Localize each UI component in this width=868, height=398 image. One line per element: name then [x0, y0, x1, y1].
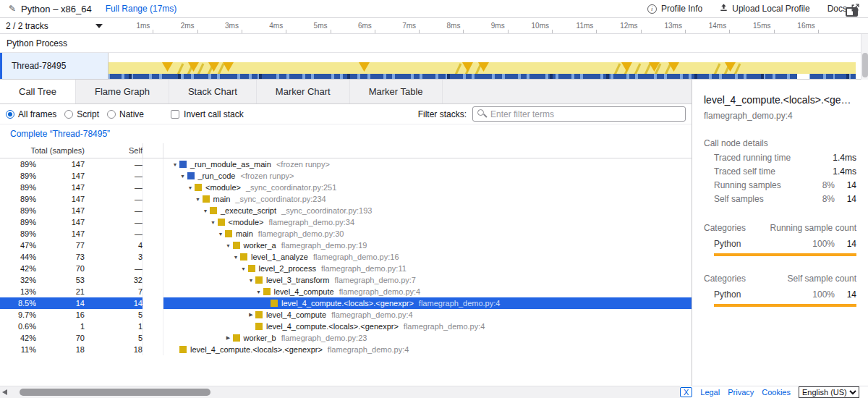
- row-frame-cell: level_4_compute.<locals>.<genexpr>flameg…: [163, 297, 692, 309]
- upload-profile-button[interactable]: Upload Local Profile: [720, 4, 809, 14]
- call-tree-row[interactable]: 0.6%11level_4_compute.<locals>.<genexpr>…: [0, 321, 692, 332]
- call-tree-row[interactable]: 89%147—▼<module>flamegraph_demo.py:34: [0, 216, 692, 228]
- timeline-tick-mark: [508, 30, 509, 33]
- row-frame-cell: ▼level_3_transformflamegraph_demo.py:7: [163, 274, 692, 286]
- collapse-toggle-icon[interactable]: ▼: [194, 197, 203, 202]
- process-track-header[interactable]: Python Process: [0, 34, 868, 53]
- frame-filter-native[interactable]: Native: [107, 109, 144, 119]
- timeline-tick-mark: [685, 30, 686, 33]
- footer-link-legal[interactable]: Legal: [700, 388, 720, 397]
- row-total-samples: 14: [36, 297, 85, 309]
- collapse-toggle-icon[interactable]: ▼: [247, 278, 255, 283]
- collapse-toggle-icon[interactable]: ▼: [201, 208, 210, 213]
- call-tree-row[interactable]: 89%147—▼_run_code<frozen runpy>: [0, 170, 692, 182]
- row-self-samples: —: [85, 263, 142, 274]
- horizontal-scrollbar[interactable]: [0, 386, 680, 398]
- call-tree-row[interactable]: 89%147—▼_execute_script_sync_coordinator…: [0, 205, 692, 216]
- collapse-toggle-icon[interactable]: ▼: [186, 185, 195, 190]
- collapse-toggle-icon[interactable]: ▼: [239, 266, 248, 271]
- category-bar: [714, 304, 856, 307]
- edit-profile-name-icon[interactable]: ✎: [9, 4, 16, 14]
- scrollbar-thumb[interactable]: [20, 389, 210, 396]
- sidebar-toggle-button[interactable]: [846, 7, 858, 17]
- row-total-percent: 32%: [0, 274, 36, 286]
- function-name: main: [213, 195, 231, 203]
- profile-info-button[interactable]: i Profile Info: [647, 4, 702, 14]
- selected-node-title: level_4_compute.<locals>.<genexpr>: [704, 94, 856, 106]
- function-name: worker_a: [244, 241, 276, 250]
- call-tree-row[interactable]: 11%1818level_4_compute.<locals>.<genexpr…: [0, 344, 692, 355]
- collapse-toggle-icon[interactable]: ▼: [255, 289, 263, 295]
- call-tree-row[interactable]: 47%774▼worker_aflamegraph_demo.py:19: [0, 240, 692, 251]
- call-tree-row[interactable]: 32%5332▼level_3_transformflamegraph_demo…: [0, 274, 692, 286]
- detail-value: 14: [835, 180, 856, 190]
- breadcrumb[interactable]: Complete “Thread-78495”: [10, 129, 110, 139]
- call-tree-row[interactable]: 89%147—▼_run_module_as_main<frozen runpy…: [0, 158, 692, 170]
- function-name: <module>: [205, 183, 241, 192]
- call-tree-row[interactable]: 89%147—▼mainflamegraph_demo.py:30: [0, 228, 692, 240]
- tab-marker-table[interactable]: Marker Table: [350, 80, 443, 103]
- row-total-samples: 18: [36, 344, 85, 355]
- frame-filter-group: All framesScriptNative: [6, 109, 152, 119]
- profile-name[interactable]: Python – x86_64: [21, 4, 92, 14]
- row-total-percent: 89%: [0, 216, 36, 228]
- collapse-toggle-icon[interactable]: ▼: [216, 232, 225, 237]
- scroll-left-icon[interactable]: [2, 389, 7, 395]
- thread-track-label[interactable]: Thread-78495: [0, 53, 109, 79]
- timeline-tick-label: 15ms: [741, 22, 771, 30]
- timeline-tick-label: 6ms: [341, 22, 372, 30]
- sidebar-details: Traced running time1.4msTraced self time…: [704, 153, 856, 204]
- frame-filter-all-frames[interactable]: All frames: [6, 109, 56, 119]
- collapse-toggle-icon[interactable]: ▼: [209, 220, 218, 225]
- call-tree-row[interactable]: 42%705▶worker_bflamegraph_demo.py:23: [0, 332, 692, 344]
- category-yellow-square: [248, 265, 255, 272]
- tab-stack-chart[interactable]: Stack Chart: [169, 80, 257, 103]
- full-range-link[interactable]: Full Range (17ms): [106, 4, 177, 14]
- expand-toggle-icon[interactable]: ▶: [247, 312, 255, 318]
- call-tree-row[interactable]: 89%147—▼main_sync_coordinator.py:234: [0, 193, 692, 205]
- timeline-tick-label: 5ms: [297, 22, 328, 30]
- row-gutter: [142, 321, 163, 332]
- expand-toggle-icon[interactable]: ▶: [224, 335, 233, 341]
- row-self-samples: 5: [85, 332, 142, 344]
- function-location: flamegraph_demo.py:30: [258, 229, 344, 238]
- footer-link-privacy[interactable]: Privacy: [728, 388, 754, 397]
- collapse-toggle-icon[interactable]: ▼: [171, 162, 179, 167]
- self-column-header[interactable]: Self: [85, 146, 142, 155]
- tab-marker-chart[interactable]: Marker Chart: [257, 80, 350, 103]
- call-tree-row[interactable]: 44%733▼level_1_analyzeflamegraph_demo.py…: [0, 251, 692, 263]
- total-column-header[interactable]: Total (samples): [0, 146, 85, 155]
- collapse-toggle-icon[interactable]: ▼: [231, 255, 240, 260]
- language-select[interactable]: English (US): [799, 386, 859, 398]
- footer-link-x[interactable]: X: [680, 387, 692, 397]
- timeline-tick-mark: [729, 30, 730, 33]
- sidebar: level_4_compute.<locals>.<genexpr> flame…: [692, 80, 868, 386]
- frame-filter-script[interactable]: Script: [64, 109, 99, 119]
- call-tree-row[interactable]: 8.5%1414level_4_compute.<locals>.<genexp…: [0, 297, 692, 309]
- footer-link-cookies[interactable]: Cookies: [762, 388, 791, 397]
- tracks-vertical-scrollbar[interactable]: [861, 34, 868, 80]
- tracks-dropdown-button[interactable]: 2 / 2 tracks: [6, 21, 106, 31]
- scrollbar-thumb[interactable]: [862, 53, 868, 77]
- tab-call-tree[interactable]: Call Tree: [0, 80, 76, 103]
- call-tree-row[interactable]: 89%147—▼<module>_sync_coordinator.py:251: [0, 182, 692, 193]
- collapse-toggle-icon[interactable]: ▼: [179, 174, 187, 179]
- detail-value: 1.4ms: [833, 166, 856, 177]
- thread-track-canvas[interactable]: [109, 53, 868, 79]
- tab-flame-graph[interactable]: Flame Graph: [76, 80, 169, 103]
- row-self-samples: 7: [85, 286, 142, 297]
- row-frame-cell: ▼mainflamegraph_demo.py:30: [163, 228, 692, 240]
- invert-call-stack-checkbox[interactable]: Invert call stack: [171, 109, 244, 119]
- call-tree-row[interactable]: 42%70—▼level_2_processflamegraph_demo.py…: [0, 263, 692, 274]
- filter-stacks-input[interactable]: [472, 106, 686, 122]
- call-tree-row[interactable]: 13%217▼level_4_computeflamegraph_demo.py…: [0, 286, 692, 297]
- call-tree-row[interactable]: 9.7%165▶level_4_computeflamegraph_demo.p…: [0, 309, 692, 321]
- category-yellow-square: [203, 195, 210, 203]
- collapse-toggle-icon[interactable]: ▼: [224, 243, 233, 248]
- radio-icon: [107, 110, 116, 119]
- function-location: flamegraph_demo.py:11: [321, 264, 407, 273]
- row-total-samples: 70: [36, 263, 85, 274]
- call-node-details-header: Call node details: [704, 138, 856, 148]
- row-gutter: [142, 263, 163, 274]
- category-blue-square: [187, 172, 195, 179]
